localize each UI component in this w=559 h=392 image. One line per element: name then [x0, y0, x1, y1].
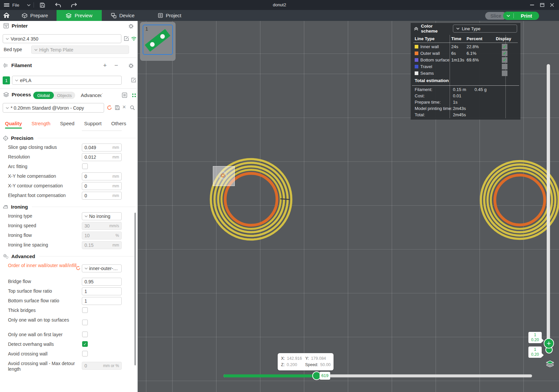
bed-type-select[interactable]: High Temp Plate: [31, 46, 129, 54]
bed-type-label: Bed type: [4, 47, 22, 52]
setting-row: Ironing line spacing 0.15mm: [0, 241, 138, 250]
filament-settings-gear-icon[interactable]: [128, 63, 134, 68]
xy-contour-compensation-input[interactable]: 0mm: [82, 182, 122, 190]
search-icon[interactable]: [130, 105, 135, 110]
print-button[interactable]: Print: [514, 13, 539, 19]
rotation-center-target-icon: [217, 170, 228, 181]
layer-view-toggle-icon[interactable]: [546, 360, 554, 367]
tab-project[interactable]: Project: [153, 10, 186, 21]
reset-preset-icon[interactable]: [107, 105, 112, 110]
setting-row: Detect overhang walls ✓: [0, 340, 138, 349]
printer-settings-gear-icon[interactable]: [128, 24, 134, 29]
add-filament-button[interactable]: +: [103, 62, 107, 69]
plate-preview-graphic: [140, 22, 176, 61]
wall-order-select[interactable]: inner-outer-…: [82, 264, 122, 272]
process-scope-toggle[interactable]: Global Objects: [33, 92, 75, 99]
only-one-wall-top-checkbox[interactable]: [82, 320, 88, 325]
display-checkbox[interactable]: ✓: [502, 57, 507, 63]
layer-slider-upper-handle[interactable]: +: [544, 338, 554, 348]
avoid-crossing-wall-checkbox[interactable]: [82, 351, 88, 356]
group-advanced: Advanced: [0, 250, 138, 261]
tab-quality[interactable]: Quality: [5, 121, 22, 129]
minimize-button[interactable]: [527, 0, 537, 10]
setting-row: Order of inner wall/outer wall/infill in…: [0, 261, 138, 277]
only-one-wall-first-layer-checkbox[interactable]: [82, 332, 88, 337]
home-button[interactable]: [0, 11, 13, 21]
process-preset-select[interactable]: * 0.20mm Standard @Voron - Copy: [3, 103, 104, 113]
tab-support[interactable]: Support: [84, 121, 102, 129]
color-scheme-title: Color scheme: [421, 24, 450, 34]
bottom-surface-flow-ratio-input[interactable]: 1: [82, 297, 122, 305]
clear-preset-icon[interactable]: ×: [122, 104, 126, 111]
objects-grid-icon[interactable]: [132, 93, 136, 98]
sidebar-scrollbar[interactable]: [134, 213, 136, 365]
tab-device[interactable]: Device: [106, 10, 139, 21]
detect-overhang-walls-checkbox[interactable]: ✓: [82, 341, 88, 347]
project-icon: [158, 13, 163, 18]
plate-thumbnail[interactable]: 1: [140, 22, 176, 61]
chevron-down-icon: [84, 215, 88, 217]
save-preset-icon[interactable]: [115, 105, 120, 110]
col-time: Time: [451, 36, 461, 41]
print-button-group[interactable]: Print: [503, 12, 539, 20]
tab-strength[interactable]: Strength: [32, 121, 51, 129]
layer-slider-track[interactable]: [547, 64, 550, 351]
filament-edit-icon[interactable]: [131, 77, 136, 83]
setting-row: Arc fitting: [0, 162, 138, 172]
printer-edit-icon[interactable]: [124, 36, 129, 41]
total-divider: [412, 85, 519, 86]
ironing-flow-input: 10%: [82, 232, 122, 240]
display-checkbox[interactable]: [502, 70, 507, 76]
thick-bridges-checkbox[interactable]: [82, 307, 88, 313]
tab-preview[interactable]: Preview: [57, 10, 101, 21]
top-surface-flow-ratio-input[interactable]: 1: [82, 287, 122, 295]
setting-row: Resolution 0.012mm: [0, 152, 138, 162]
group-ironing: Ironing: [0, 201, 138, 212]
plus-icon: +: [547, 339, 551, 347]
bridge-flow-input[interactable]: 0.95: [82, 278, 122, 286]
arc-fitting-checkbox[interactable]: [82, 163, 88, 169]
maximize-button[interactable]: [537, 0, 547, 10]
legend-row-travel: Travel: [411, 63, 520, 70]
tab-prepare[interactable]: Prepare: [17, 10, 53, 21]
elephant-foot-compensation-input[interactable]: 0mm: [82, 192, 122, 200]
cube-icon: [22, 13, 27, 18]
viewport-3d[interactable]: 1 Color scheme: [138, 21, 559, 392]
filament-preset-select[interactable]: ePLA: [12, 76, 122, 85]
scope-global[interactable]: Global: [33, 92, 54, 99]
scope-objects[interactable]: Objects: [54, 92, 75, 99]
setting-row: Bridge flow 0.95: [0, 277, 138, 287]
setting-row: Only one wall on top surfaces: [0, 316, 138, 330]
tab-speed[interactable]: Speed: [60, 121, 74, 129]
setting-row: Slice gap closing radius 0.049mm: [0, 143, 138, 152]
advanced-gears-icon: [3, 254, 9, 259]
display-checkbox[interactable]: ✓: [502, 44, 507, 49]
device-icon: [111, 13, 116, 18]
printer-preset-select[interactable]: Voron2.4 350: [3, 34, 121, 43]
filament-spool-icon: [3, 63, 9, 68]
chevron-down-icon: [456, 28, 460, 30]
layer-slider-label-bottom: 10.20: [528, 346, 542, 358]
remove-filament-button[interactable]: −: [114, 62, 118, 69]
setting-row: Avoid crossing wall: [0, 349, 138, 359]
color-scheme-select[interactable]: Line Type: [453, 25, 517, 33]
reset-setting-icon[interactable]: [76, 266, 80, 270]
ironing-type-select[interactable]: No ironing: [82, 212, 122, 220]
title-bar: File donut2: [0, 0, 559, 10]
setting-row: Top surface flow ratio 1: [0, 287, 138, 296]
display-checkbox[interactable]: [502, 64, 507, 69]
filament-section-header: Filament: [3, 62, 32, 68]
xy-hole-compensation-input[interactable]: 0mm: [82, 172, 122, 180]
slice-gap-closing-radius-input[interactable]: 0.049mm: [82, 144, 122, 151]
parameter-list-icon[interactable]: [122, 92, 127, 98]
display-checkbox[interactable]: ✓: [502, 50, 507, 56]
tab-others[interactable]: Others: [111, 121, 126, 129]
gcode-position-tooltip: X:142.916 Y:179.084 Z:0.200 Speed:50.00: [278, 353, 334, 370]
close-button[interactable]: [547, 0, 557, 10]
resolution-input[interactable]: 0.012mm: [82, 153, 122, 161]
legend-row-outer-wall: Outer wall6s6.1% ✓: [411, 50, 520, 57]
wifi-icon[interactable]: [131, 37, 137, 41]
filament-slot-badge[interactable]: 1: [3, 76, 10, 84]
print-options-chevron-icon[interactable]: [503, 13, 514, 18]
collapse-panel-icon[interactable]: [414, 27, 418, 31]
